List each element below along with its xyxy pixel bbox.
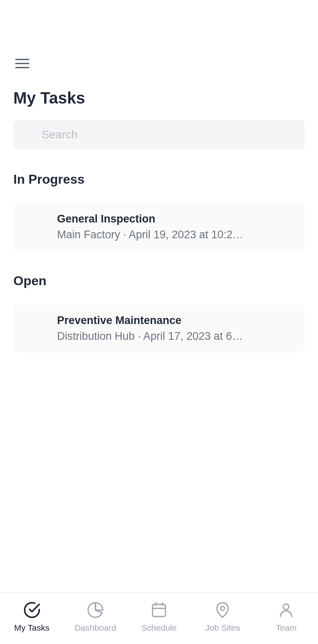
section-in-progress: In Progress General Inspection Main Fact…: [0, 172, 318, 251]
check-circle-icon: [23, 601, 41, 619]
svg-point-7: [220, 606, 225, 610]
nav-item-schedule[interactable]: Schedule: [127, 601, 191, 633]
nav-item-team[interactable]: Team: [254, 601, 318, 633]
task-subtitle: Main Factory · April 19, 2023 at 10:2…: [57, 229, 293, 241]
task-subtitle: Distribution Hub · April 17, 2023 at 6…: [57, 330, 293, 343]
nav-item-my-tasks[interactable]: My Tasks: [0, 601, 64, 633]
nav-item-job-sites[interactable]: Job Sites: [191, 601, 254, 633]
section-title-open: Open: [13, 273, 305, 288]
nav-label: My Tasks: [14, 623, 49, 633]
search-input[interactable]: [42, 128, 291, 141]
calendar-icon: [150, 601, 168, 619]
svg-rect-3: [153, 604, 165, 616]
user-icon: [277, 601, 295, 619]
menu-icon: [15, 58, 30, 69]
nav-label: Job Sites: [205, 623, 240, 633]
task-card[interactable]: Preventive Maintenance Distribution Hub …: [13, 305, 305, 352]
task-card[interactable]: General Inspection Main Factory · April …: [13, 203, 305, 251]
task-title: General Inspection: [57, 213, 293, 225]
pie-chart-icon: [87, 601, 104, 619]
page-title: My Tasks: [13, 89, 305, 107]
menu-button[interactable]: [13, 55, 31, 72]
section-title-in-progress: In Progress: [13, 172, 305, 187]
bottom-nav: My Tasks Dashboard Schedule: [0, 592, 318, 644]
nav-item-dashboard[interactable]: Dashboard: [64, 601, 127, 633]
nav-label: Team: [276, 623, 297, 633]
svg-point-8: [283, 604, 289, 610]
section-open: Open Preventive Maintenance Distribution…: [0, 273, 318, 352]
search-container[interactable]: [13, 120, 305, 149]
nav-label: Dashboard: [74, 623, 116, 633]
map-pin-icon: [214, 601, 231, 619]
nav-label: Schedule: [141, 623, 177, 633]
task-title: Preventive Maintenance: [57, 314, 293, 327]
